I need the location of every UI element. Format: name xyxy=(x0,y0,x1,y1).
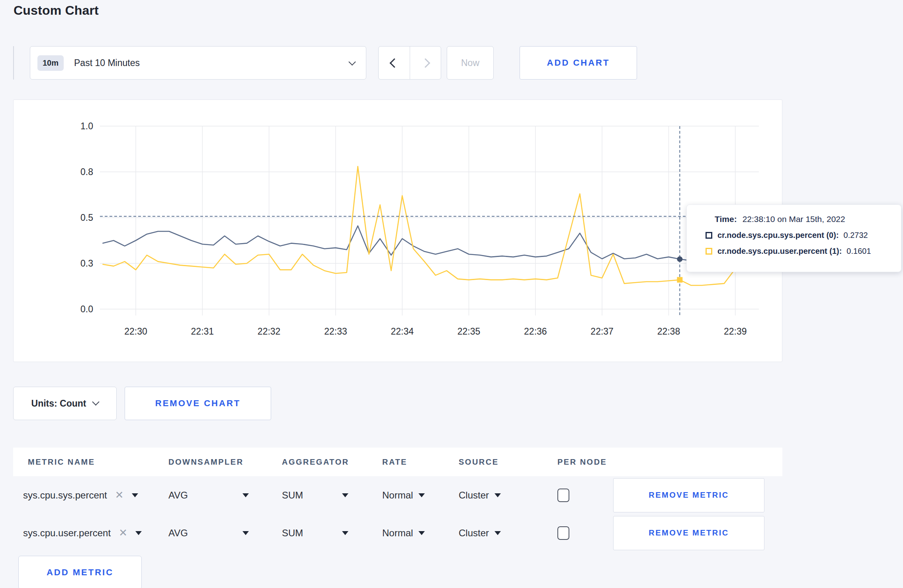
next-time-button[interactable] xyxy=(410,47,441,79)
header-metric-name: METRIC NAME xyxy=(13,458,168,467)
remove-metric-button[interactable]: REMOVE METRIC xyxy=(613,478,764,512)
time-range-label: Past 10 Minutes xyxy=(74,58,140,68)
per-node-checkbox[interactable] xyxy=(557,526,569,540)
caret-down-icon xyxy=(418,493,425,497)
caret-down-icon[interactable] xyxy=(242,531,249,535)
y-axis-tick-label: 0.5 xyxy=(80,212,93,223)
series-0-legend-swatch xyxy=(706,232,712,239)
chart-plot[interactable]: 0.00.30.50.81.022:3022:3122:3222:3322:34… xyxy=(14,100,783,364)
aggregator-value: SUM xyxy=(282,528,303,539)
caret-down-icon[interactable] xyxy=(242,493,249,497)
per-node-checkbox[interactable] xyxy=(557,489,569,502)
remove-metric-x-icon[interactable]: ✕ xyxy=(115,489,124,501)
x-axis-tick-label: 22:35 xyxy=(457,326,481,337)
series-1-value: 0.1601 xyxy=(846,247,871,256)
toolbar: 10m Past 10 Minutes Now ADD CHART xyxy=(13,46,637,80)
y-axis-tick-label: 0.3 xyxy=(80,258,93,269)
time-range-dropdown[interactable]: 10m Past 10 Minutes xyxy=(30,46,366,80)
rate-dropdown[interactable]: Normal xyxy=(382,528,459,539)
header-source: SOURCE xyxy=(459,458,557,467)
header-downsampler: DOWNSAMPLER xyxy=(168,458,282,467)
source-value: Cluster xyxy=(459,528,489,539)
chart-tooltip: Time: 22:38:10 on Mar 15th, 2022 cr.node… xyxy=(686,204,901,272)
metric-name-value: sys.cpu.sys.percent xyxy=(23,490,107,501)
chart-footer: Units: Count REMOVE CHART xyxy=(13,387,271,420)
metric-row: sys.cpu.user.percent ✕ AVG SUM Normal Cl… xyxy=(13,514,782,552)
add-chart-button[interactable]: ADD CHART xyxy=(520,46,637,80)
y-axis-tick-label: 1.0 xyxy=(80,121,93,131)
header-rate: RATE xyxy=(382,458,459,467)
header-per-node: PER NODE xyxy=(557,458,613,467)
x-axis-tick-label: 22:33 xyxy=(324,326,347,337)
prev-time-button[interactable] xyxy=(379,47,410,79)
caret-down-icon[interactable] xyxy=(342,531,348,535)
series-line-1 xyxy=(102,166,757,285)
rate-value: Normal xyxy=(382,490,413,501)
x-axis-tick-label: 22:30 xyxy=(124,326,147,337)
downsampler-value: AVG xyxy=(168,490,188,501)
caret-down-icon[interactable] xyxy=(135,531,142,535)
chevron-down-icon xyxy=(92,398,100,405)
x-axis-tick-label: 22:34 xyxy=(391,326,414,337)
remove-metric-button[interactable]: REMOVE METRIC xyxy=(613,516,764,550)
source-dropdown[interactable]: Cluster xyxy=(459,490,557,501)
header-aggregator: AGGREGATOR xyxy=(282,458,382,467)
chart-panel: 0.00.30.50.81.022:3022:3122:3222:3322:34… xyxy=(13,99,782,362)
rate-dropdown[interactable]: Normal xyxy=(382,490,459,501)
x-axis-tick-label: 22:38 xyxy=(657,326,680,337)
source-dropdown[interactable]: Cluster xyxy=(459,528,557,539)
series-line-0 xyxy=(102,226,757,261)
chevron-right-icon xyxy=(420,58,430,68)
series-0-value: 0.2732 xyxy=(844,231,868,240)
line-chart: 0.00.30.50.81.022:3022:3122:3222:3322:34… xyxy=(14,100,783,362)
series-1-hover-dot xyxy=(677,277,682,282)
series-0-hover-dot xyxy=(677,256,682,262)
metrics-table: METRIC NAME DOWNSAMPLER AGGREGATOR RATE … xyxy=(13,448,782,588)
x-axis-tick-label: 22:31 xyxy=(191,326,214,337)
tooltip-time-value: 22:38:10 on Mar 15th, 2022 xyxy=(743,214,845,224)
caret-down-icon[interactable] xyxy=(132,493,138,497)
caret-down-icon xyxy=(494,493,501,497)
source-value: Cluster xyxy=(459,490,489,501)
now-button[interactable]: Now xyxy=(447,46,494,80)
y-axis-tick-label: 0.0 xyxy=(80,304,93,314)
series-1-label: cr.node.sys.cpu.user.percent (1): xyxy=(717,247,842,256)
units-dropdown[interactable]: Units: Count xyxy=(13,387,117,420)
caret-down-icon xyxy=(418,531,425,535)
series-0-label: cr.node.sys.cpu.sys.percent (0): xyxy=(717,231,839,240)
remove-chart-button[interactable]: REMOVE CHART xyxy=(125,387,271,420)
downsampler-value: AVG xyxy=(168,528,188,539)
caret-down-icon[interactable] xyxy=(342,493,348,497)
x-axis-tick-label: 22:39 xyxy=(724,326,747,337)
rate-value: Normal xyxy=(382,528,413,539)
x-axis-tick-label: 22:37 xyxy=(590,326,614,337)
remove-metric-x-icon[interactable]: ✕ xyxy=(119,527,127,539)
page-title: Custom Chart xyxy=(14,3,99,18)
toolbar-accent-divider xyxy=(13,46,14,80)
time-pager xyxy=(378,46,441,80)
y-axis-tick-label: 0.8 xyxy=(80,167,93,177)
series-1-legend-swatch xyxy=(706,248,712,255)
time-range-badge: 10m xyxy=(37,55,64,71)
x-axis-tick-label: 22:32 xyxy=(258,326,281,337)
units-label: Units: Count xyxy=(31,398,86,409)
x-axis-tick-label: 22:36 xyxy=(524,326,547,337)
caret-down-icon xyxy=(494,531,501,535)
chevron-left-icon xyxy=(389,58,399,68)
add-metric-button[interactable]: ADD METRIC xyxy=(18,556,142,588)
aggregator-value: SUM xyxy=(282,490,303,501)
chevron-down-icon xyxy=(348,58,356,65)
metric-name-value: sys.cpu.user.percent xyxy=(23,528,111,539)
metrics-table-header: METRIC NAME DOWNSAMPLER AGGREGATOR RATE … xyxy=(13,448,782,476)
metric-row: sys.cpu.sys.percent ✕ AVG SUM Normal Clu… xyxy=(13,476,782,514)
tooltip-time-label: Time: xyxy=(715,214,737,224)
